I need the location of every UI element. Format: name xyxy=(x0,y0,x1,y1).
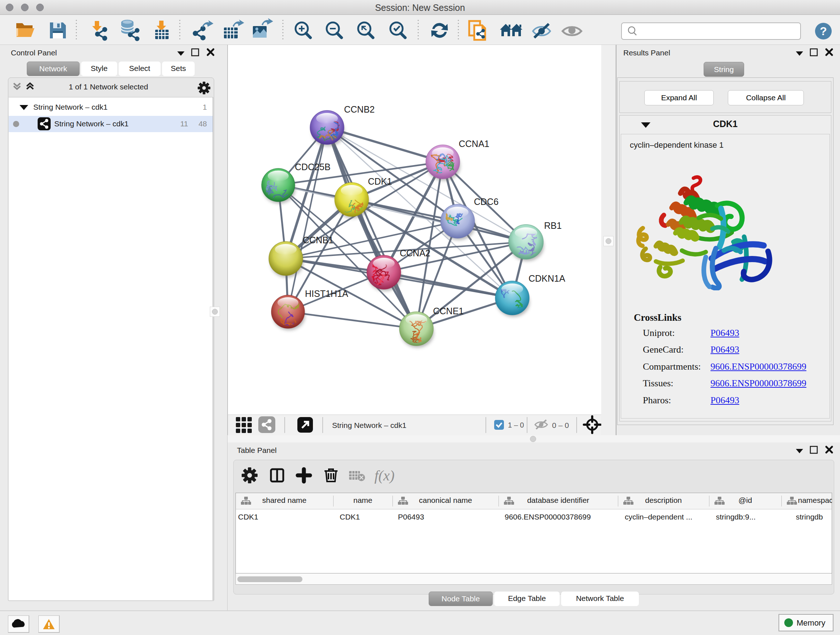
svg-text:CCNB2: CCNB2 xyxy=(344,104,375,114)
svg-text:CCNE1: CCNE1 xyxy=(433,306,464,316)
svg-text:0 – 0: 0 – 0 xyxy=(552,421,569,429)
svg-text:f(x): f(x) xyxy=(374,467,395,484)
svg-text:CCNA1: CCNA1 xyxy=(459,139,489,149)
svg-text:HIST1H1A: HIST1H1A xyxy=(305,288,348,299)
svg-text:?: ? xyxy=(820,25,827,38)
svg-text:1 – 0: 1 – 0 xyxy=(508,421,524,429)
svg-text:CDK1: CDK1 xyxy=(368,176,392,187)
svg-text:CDKN1A: CDKN1A xyxy=(529,273,565,283)
svg-text:CDC25B: CDC25B xyxy=(295,162,331,172)
svg-text:CCNB1: CCNB1 xyxy=(303,235,333,245)
svg-text:CDC6: CDC6 xyxy=(474,196,499,207)
svg-text:RB1: RB1 xyxy=(544,220,562,231)
svg-text:CCNA2: CCNA2 xyxy=(400,248,431,258)
svg-text:String Network – cdk1: String Network – cdk1 xyxy=(332,421,406,429)
